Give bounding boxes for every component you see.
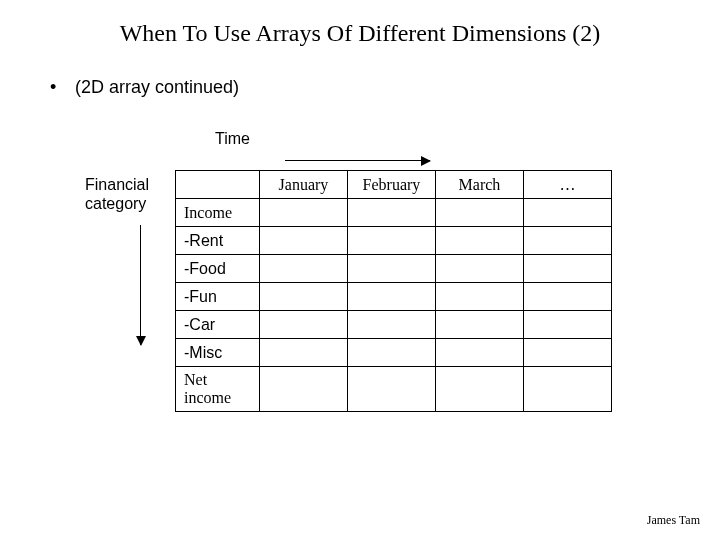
cell xyxy=(436,227,524,255)
category-arrow xyxy=(140,225,141,345)
cell xyxy=(524,367,612,412)
cell xyxy=(436,199,524,227)
col-header: … xyxy=(524,171,612,199)
cell xyxy=(436,367,524,412)
cell xyxy=(348,311,436,339)
row-label: -Rent xyxy=(176,227,260,255)
financial-category-axis-label: Financialcategory xyxy=(85,175,149,213)
cell xyxy=(260,283,348,311)
cell xyxy=(524,255,612,283)
bullet-text: (2D array continued) xyxy=(75,77,239,97)
time-axis-label: Time xyxy=(215,130,250,148)
cell xyxy=(348,227,436,255)
cell xyxy=(348,199,436,227)
cell xyxy=(524,227,612,255)
cell xyxy=(436,283,524,311)
cell xyxy=(348,339,436,367)
cell xyxy=(524,339,612,367)
cell xyxy=(348,283,436,311)
col-header: March xyxy=(436,171,524,199)
cell xyxy=(260,255,348,283)
cell xyxy=(524,311,612,339)
cell xyxy=(436,311,524,339)
col-header: February xyxy=(348,171,436,199)
page-title: When To Use Arrays Of Different Dimensio… xyxy=(0,0,720,57)
cell xyxy=(260,199,348,227)
author-credit: James Tam xyxy=(647,513,700,528)
row-label: -Misc xyxy=(176,339,260,367)
row-label: Net income xyxy=(176,367,260,412)
cell xyxy=(260,311,348,339)
row-label: -Car xyxy=(176,311,260,339)
cell xyxy=(260,367,348,412)
cell xyxy=(436,255,524,283)
finance-table: January February March … Income -Rent -F… xyxy=(175,170,612,412)
bullet-marker: • xyxy=(50,77,70,98)
table-corner xyxy=(176,171,260,199)
cell xyxy=(348,367,436,412)
bullet-item: • (2D array continued) xyxy=(50,77,720,98)
time-arrow xyxy=(285,160,430,161)
row-label: -Food xyxy=(176,255,260,283)
cell xyxy=(260,227,348,255)
cell xyxy=(436,339,524,367)
cell xyxy=(348,255,436,283)
row-label: Income xyxy=(176,199,260,227)
cell xyxy=(524,283,612,311)
cell xyxy=(524,199,612,227)
cell xyxy=(260,339,348,367)
col-header: January xyxy=(260,171,348,199)
row-label: -Fun xyxy=(176,283,260,311)
